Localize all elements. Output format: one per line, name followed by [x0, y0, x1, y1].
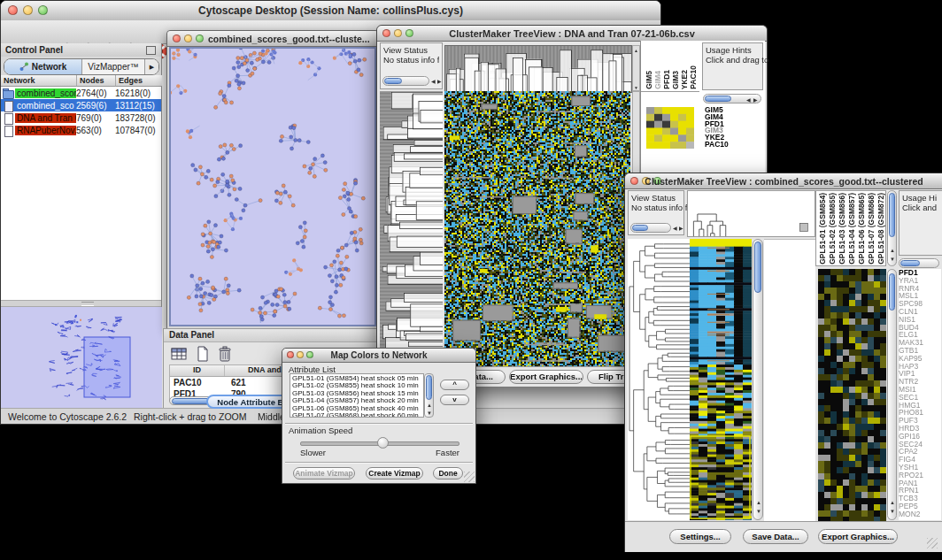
scroll-left-icon[interactable]: ◀ — [673, 226, 677, 231]
network-list-item[interactable]: combined_scores 2764(0) 16218(0) — [1, 87, 161, 99]
table-header-id[interactable]: ID — [170, 365, 225, 376]
scroll-down-icon[interactable]: ▼ — [890, 257, 895, 262]
tv2-row-dendrogram-canvas[interactable] — [628, 239, 690, 520]
scroll-left-icon[interactable]: ◀ — [746, 97, 751, 103]
animation-speed-slider[interactable] — [300, 441, 459, 446]
resize-grip[interactable] — [464, 472, 475, 482]
view-status-title: View Status — [383, 45, 428, 55]
column-header-edges[interactable]: Edges — [116, 75, 162, 87]
tab-overflow-button[interactable]: ▶ — [145, 59, 158, 74]
network-list-item[interactable]: combined_sco 2569(6) 13112(15) — [1, 99, 161, 111]
tab-network[interactable]: Network — [4, 59, 82, 74]
tv1-usage-scrollbar[interactable]: ◀ ▶ — [703, 94, 761, 104]
scroll-right-icon[interactable]: ▶ — [753, 97, 758, 103]
network-item-name: combined_sco — [15, 101, 75, 111]
export-graphics-button[interactable]: Export Graphics... — [509, 370, 583, 384]
status-zoom-hint: Right-click + drag to ZOOM — [134, 411, 247, 422]
settings-button[interactable]: Settings... — [669, 529, 731, 544]
tab-vizmapper[interactable]: VizMapper™ — [82, 59, 145, 74]
column-label[interactable]: GPL51-03 (GSM856) — [838, 193, 847, 265]
tv1-zoom-row-labels: GIM5GIM4PFD1GIM3YKE2PAC10 — [705, 107, 729, 149]
view-status-title: View Status — [631, 193, 676, 203]
tv1-row-dendrogram-canvas[interactable] — [380, 91, 443, 366]
scroll-up-icon[interactable]: ▲ — [756, 500, 761, 505]
scroll-up-icon[interactable]: ▲ — [890, 500, 895, 505]
birdseye-view-canvas[interactable] — [1, 307, 162, 408]
tv2-usage-hints-panel: Usage Hi Click and — [899, 190, 942, 256]
tv2-zoom-heatmap-canvas[interactable] — [818, 269, 886, 523]
tv2-labels-vscrollbar[interactable]: ▲ ▼ — [887, 190, 897, 266]
scroll-down-icon[interactable]: ▼ — [756, 509, 761, 514]
tv2-heatmap-canvas[interactable] — [690, 239, 752, 520]
network-list-item[interactable]: RNAPuberNov2+ 563(0) 107847(0) — [1, 124, 161, 136]
column-label[interactable]: GIM3 — [671, 71, 680, 89]
column-label[interactable]: PAC10 — [689, 65, 698, 89]
column-label[interactable]: GPL51-04 (GSM857) — [847, 193, 857, 265]
network-item-edges: 13112(15) — [115, 101, 161, 111]
tv2-zoom-vscrollbar[interactable]: ▲ ▼ — [887, 269, 897, 520]
network-item-icon — [3, 126, 14, 135]
tv1-usage-hints-panel: Usage Hints Click and drag to — [702, 42, 763, 90]
network-view-1-canvas[interactable] — [171, 49, 373, 323]
main-titlebar[interactable]: Cytoscape Desktop (Session Name: collins… — [1, 1, 660, 21]
tv1-column-dendrogram-canvas[interactable] — [444, 45, 632, 93]
scroll-down-icon[interactable]: ▼ — [634, 85, 638, 90]
scroll-up-icon[interactable]: ▲ — [890, 248, 895, 253]
tv2-column-labels-panel: GPL51-01 (GSM854)GPL51-02 (GSM855)GPL51-… — [815, 190, 886, 266]
minimize-button[interactable] — [184, 35, 192, 42]
animation-speed-label: Animation Speed — [289, 426, 352, 435]
tv2-heatmap-vscrollbar[interactable]: ▲ ▼ — [753, 239, 763, 520]
scroll-right-icon[interactable]: ▶ — [679, 226, 683, 231]
scroll-down-icon[interactable]: ▼ — [890, 509, 895, 514]
treeview2-window: ClusterMaker TreeView : combined_scores_… — [624, 173, 942, 552]
delete-attribute-trash-icon[interactable] — [216, 345, 234, 363]
slider-thumb[interactable] — [377, 437, 389, 449]
tv1-zoom-heatmap-canvas[interactable] — [646, 107, 694, 149]
attribute-item[interactable]: GPL51-07 (GSM868) heat shock 60 min — [292, 412, 423, 418]
column-label[interactable]: GIM4 — [653, 71, 662, 89]
column-label[interactable]: GIM5 — [645, 71, 653, 89]
network-item-nodes: 563(0) — [76, 126, 115, 135]
column-label[interactable]: GPL51-02 (GSM855) — [828, 193, 838, 265]
tv2-usage-scrollbar[interactable] — [899, 258, 939, 268]
zoom-button[interactable] — [196, 35, 204, 42]
attribute-list-scrollbar[interactable]: ▲ ▼ — [424, 373, 434, 418]
panel-splitter[interactable] — [1, 300, 161, 307]
attribute-list[interactable]: GPL51-01 (GSM854) heat shock 05 minGPL51… — [290, 373, 424, 418]
float-panel-icon[interactable] — [146, 46, 156, 55]
resize-grip[interactable] — [927, 538, 938, 548]
tv1-heatmap-canvas[interactable] — [444, 91, 630, 366]
gene-label[interactable]: MON2 — [899, 510, 941, 518]
export-graphics-button[interactable]: Export Graphics... — [818, 529, 898, 544]
new-attribute-icon[interactable] — [194, 346, 211, 362]
row-label[interactable]: PAC10 — [705, 142, 729, 149]
view-status-scrollbar[interactable] — [382, 76, 429, 86]
create-vizmap-button[interactable]: Create Vizmap — [366, 467, 423, 479]
scroll-down-icon[interactable]: ▼ — [427, 410, 432, 416]
scroll-up-icon[interactable]: ▲ — [427, 403, 432, 408]
save-data-button[interactable]: Save Data... — [743, 529, 808, 544]
column-label[interactable]: GPL51-01 (GSM854) — [818, 193, 828, 265]
attribute-select-icon[interactable] — [171, 346, 188, 362]
move-down-button[interactable]: v — [440, 395, 469, 405]
column-label[interactable]: GPL51-07 (GSM868) — [867, 193, 876, 265]
column-header-network[interactable]: Network — [1, 75, 77, 87]
column-header-nodes[interactable]: Nodes — [77, 75, 116, 87]
scroll-right-icon[interactable]: ▶ — [437, 79, 442, 84]
move-up-button[interactable]: ^ — [440, 380, 469, 390]
tv2-column-dendrogram-canvas[interactable] — [687, 190, 815, 237]
network-list-item[interactable]: DNA and Tran 07 769(0) 183728(0) — [1, 111, 161, 124]
column-label[interactable]: YKE2 — [680, 70, 689, 89]
animate-vizmap-button[interactable]: Animate Vizmap — [293, 467, 355, 479]
view-status-text: No status info f — [631, 203, 687, 212]
slower-label: Slower — [300, 448, 326, 457]
column-label[interactable]: PFD1 — [662, 70, 671, 89]
view-status-scrollbar[interactable] — [630, 223, 671, 233]
column-label[interactable]: GPL51-06 (GSM865) — [857, 193, 867, 265]
network-item-nodes: 2569(6) — [76, 101, 115, 111]
done-button[interactable]: Done — [433, 467, 463, 479]
scroll-up-icon[interactable]: ▲ — [634, 48, 638, 53]
column-label[interactable]: GPL51-08 (GSM872) — [876, 193, 886, 265]
scroll-left-icon[interactable]: ◀ — [431, 79, 436, 84]
close-button[interactable] — [173, 35, 181, 42]
